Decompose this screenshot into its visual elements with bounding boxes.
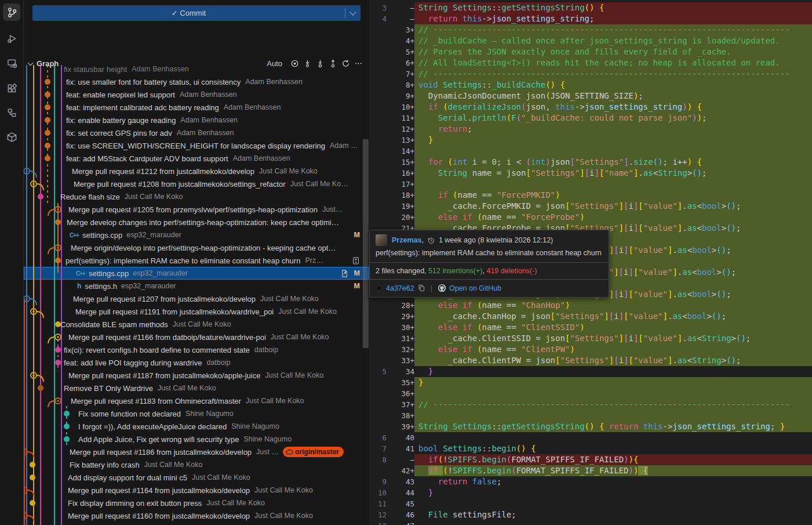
graph-commit-row[interactable]: Merge pull request #1183 from Ohminecraf…: [24, 394, 369, 407]
diff-line[interactable]: 18+ if (name == "ForcePMKID"): [369, 190, 812, 201]
refresh-icon[interactable]: [339, 58, 352, 68]
graph-commit-row[interactable]: feat: implement calibrated adc battery r…: [24, 101, 369, 114]
open-file-icon[interactable]: [340, 269, 349, 278]
code-text: // _buildCache — called once after json_…: [414, 35, 812, 46]
old-line-number: 9: [369, 476, 387, 487]
graph-section-header[interactable]: Graph Auto: [24, 57, 369, 69]
graph-commit-row[interactable]: fix: enable battery gauge readingAdam Be…: [24, 114, 369, 126]
graph-commit-row[interactable]: Merge pull request #1205 from przemyslvw…: [24, 203, 369, 216]
branch-badge-origin-master[interactable]: origin/master: [283, 447, 344, 457]
graph-commit-row[interactable]: Merge pull request #1164 from justcallme…: [24, 484, 369, 497]
graph-commit-row[interactable]: I forgot =)), Add executeAppleJuice decl…: [24, 420, 369, 433]
diff-line[interactable]: 13+ }: [369, 135, 812, 146]
diff-line[interactable]: 6+// All loadSetting<T>() reads hit the …: [369, 57, 812, 68]
graph-commit-row[interactable]: feat: add M5Stack Cardputer ADV board su…: [24, 152, 369, 165]
graph-commit-row[interactable]: fix: use SCREEN_WIDTH/SCREEN_HEIGHT for …: [24, 139, 369, 152]
diff-line[interactable]: 15+ for (int i = 0; i < (int)json["Setti…: [369, 157, 812, 168]
commit-hash-link[interactable]: 4a37e62: [386, 284, 414, 292]
graph-commit-row[interactable]: Merge develop changes into perf/settings…: [24, 216, 369, 229]
diff-line[interactable]: 37+// ----------------------------------…: [369, 399, 812, 410]
auto-layout-toggle[interactable]: Auto: [267, 59, 282, 68]
graph-file-row[interactable]: C++settings.cppesp32_marauderM: [24, 267, 369, 280]
diff-line[interactable]: 9+ DynamicJsonDocument json(JSON_SETTING…: [369, 90, 812, 102]
fetch-icon[interactable]: [301, 58, 314, 68]
graph-commit-row[interactable]: Merge pull request #1187 from justcallme…: [24, 369, 369, 382]
diff-line[interactable]: 32+ else if (name == "ClientPW"): [369, 344, 812, 355]
graph-file-row[interactable]: C++settings.cppesp32_marauderM: [24, 229, 369, 241]
graph-commit-row[interactable]: Merge pull request #1208 from justcallme…: [24, 178, 369, 190]
graph-commit-row[interactable]: Fix some function not declaredShine Nagu…: [24, 407, 369, 420]
push-icon[interactable]: [326, 58, 339, 68]
diff-line[interactable]: 5+// Parses the JSON exactly once and fi…: [369, 46, 812, 57]
diff-line[interactable]: 35+}: [369, 377, 812, 388]
diff-line[interactable]: 42+ if (!SPIFFS.begin(FORMAT_SPIFFS_IF_F…: [369, 465, 812, 476]
diff-line[interactable]: 943 return false;: [369, 476, 812, 487]
diff-line[interactable]: 10+ if (deserializeJson(json, this->json…: [369, 102, 812, 113]
sidebar-item-references[interactable]: [0, 100, 23, 125]
diff-line[interactable]: 19+ _cache.ForcePMKID = json["Settings"]…: [369, 201, 812, 212]
sidebar-item-remote-explorer[interactable]: [0, 50, 23, 75]
diff-line[interactable]: 8+void Settings::_buildCache() {: [369, 79, 812, 90]
graph-commit-row[interactable]: fix(ci): revert configs.h board define t…: [24, 343, 369, 356]
sidebar-item-source-control[interactable]: [0, 0, 23, 24]
diff-line[interactable]: 4+// _buildCache — called once after jso…: [369, 35, 812, 46]
pull-icon[interactable]: [314, 58, 326, 68]
graph-commit-row[interactable]: Add Apple Juice, Fix get wrong wifi secu…: [24, 433, 369, 446]
graph-commit-row[interactable]: fix: set correct GPS pins for advAdam Be…: [24, 126, 369, 139]
graph-commit-row[interactable]: Merge pull request #1207 from justcallme…: [24, 292, 369, 305]
graph-commit-row[interactable]: Reduce flash sizeJust Call Me Koko: [24, 190, 369, 203]
diff-line[interactable]: 17+: [369, 179, 812, 190]
diff-line[interactable]: 3–String Settings::getSettingsString() {: [369, 2, 812, 13]
diff-line[interactable]: 1145: [369, 498, 812, 509]
diff-line[interactable]: 31+ _cache.ClientSSID = json["Settings"]…: [369, 333, 812, 344]
graph-commit-row[interactable]: Add display support for dual mini c5Just…: [24, 471, 369, 484]
diff-line[interactable]: 3+// -----------------------------------…: [369, 24, 812, 35]
changes-file-icon[interactable]: [352, 256, 360, 265]
diff-line[interactable]: 29+ _cache.ChanHop = json["Settings"][i]…: [369, 311, 812, 322]
diff-line[interactable]: 39+String Settings::getSettingsString() …: [369, 421, 812, 432]
diff-line[interactable]: 14+: [369, 146, 812, 157]
copy-icon[interactable]: [418, 284, 425, 292]
graph-commit-row[interactable]: perf(settings): implement RAM cache to e…: [24, 254, 369, 267]
graph-commit-row[interactable]: Merge pull request #1191 from justcallme…: [24, 305, 369, 318]
graph-commit-row[interactable]: feat: add live POI tagging during wardri…: [24, 356, 369, 369]
graph-commit-row[interactable]: Remove BT Only WardriveJust Call Me Koko: [24, 382, 369, 394]
diff-line[interactable]: 1044 }: [369, 487, 812, 498]
target-icon[interactable]: [288, 58, 301, 68]
diff-line[interactable]: 741bool Settings::begin() {: [369, 443, 812, 454]
more-icon[interactable]: [352, 58, 365, 68]
diff-line[interactable]: 30+ else if (name == "ClientSSID"): [369, 322, 812, 333]
diff-line[interactable]: 16+ String name = json["Settings"][i]["n…: [369, 168, 812, 179]
graph-commit-row[interactable]: Fix battery info crashJust Call Me Koko: [24, 458, 369, 471]
graph-file-row[interactable]: hsettings.hesp32_marauderM: [24, 280, 369, 292]
diff-line[interactable]: 33+ _cache.ClientPW = json["Settings"][i…: [369, 355, 812, 366]
graph-commit-row[interactable]: Merge origin/develop into perf/settings-…: [24, 241, 369, 254]
graph-commit-row[interactable]: Merge pull request #1212 from justcallme…: [24, 165, 369, 178]
diff-line[interactable]: 4– return this->json_settings_string;: [369, 13, 812, 24]
graph-commit-row[interactable]: fix: use smaller font for battery status…: [24, 75, 369, 88]
sidebar-item-extensions[interactable]: [0, 76, 23, 100]
commit-author-link[interactable]: Przemas: [392, 236, 421, 244]
graph-commit-row[interactable]: Merge pull request #1186 from justcallme…: [24, 446, 369, 458]
graph-commit-row[interactable]: Fix display dimming on exit button press…: [24, 497, 369, 509]
graph-scrollbar[interactable]: [363, 139, 369, 348]
diff-line[interactable]: 28+ else if (name == "ChanHop"): [369, 300, 812, 311]
diff-line[interactable]: 20+ else if (name == "ForceProbe"): [369, 212, 812, 223]
graph-commit-row[interactable]: Merge pull request #1160 from justcallme…: [24, 509, 369, 522]
diff-line[interactable]: 534 }: [369, 366, 812, 377]
diff-line[interactable]: 1246 File settingsFile;: [369, 509, 812, 520]
graph-commit-row[interactable]: Consolidate BLE spam methodsJust Call Me…: [24, 318, 369, 331]
sidebar-item-package[interactable]: [0, 125, 23, 149]
diff-line[interactable]: 12+ return;: [369, 124, 812, 135]
graph-commit-row[interactable]: Merge pull request #1166 from datboip/fe…: [24, 331, 369, 343]
diff-line[interactable]: 11+ Serial.println(F("_buildCache: could…: [369, 113, 812, 124]
graph-commit-row[interactable]: feat: enable neopixel led supportAdam Be…: [24, 88, 369, 101]
diff-line[interactable]: 7+// -----------------------------------…: [369, 68, 812, 79]
diff-line[interactable]: 1347: [369, 520, 812, 525]
diff-line[interactable]: 38+: [369, 410, 812, 421]
diff-line[interactable]: 640: [369, 432, 812, 443]
diff-line[interactable]: 36+: [369, 388, 812, 399]
diff-line[interactable]: 8– if(!SPIFFS.begin(FORMAT_SPIFFS_IF_FAI…: [369, 454, 812, 465]
sidebar-item-debug[interactable]: [0, 26, 23, 50]
open-on-github-link[interactable]: Open on GitHub: [449, 284, 501, 292]
